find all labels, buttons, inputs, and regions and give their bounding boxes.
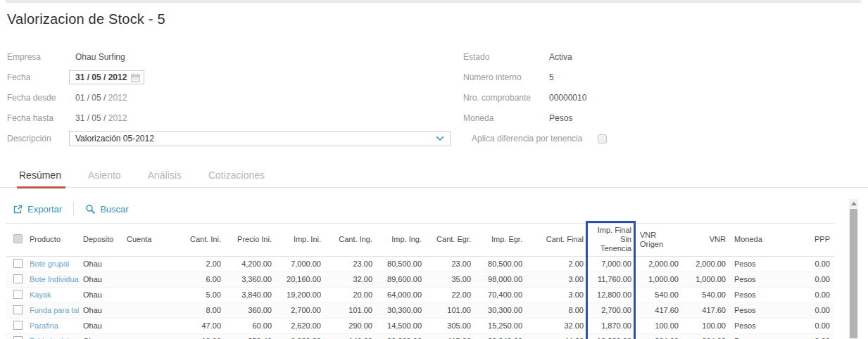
fecha-hasta-year: 2012 (108, 113, 127, 123)
cell-vnr_origen: 100.00 (636, 318, 683, 333)
product-link[interactable]: Tabla bodyboa (25, 333, 79, 339)
cell-cant_ing: 146.00 (325, 333, 377, 339)
tab-cotizaciones[interactable]: Cotizaciones (207, 165, 266, 187)
col-imp-final-sin-tenencia[interactable]: Imp. Final Sin Tenencia (588, 224, 636, 257)
col-cant-ini[interactable]: Cant. Ini. (172, 224, 225, 257)
product-link[interactable]: Kayak (25, 287, 79, 302)
cell-imp_egr: 70,400.00 (475, 287, 527, 302)
moneda-value: Pesos (549, 113, 868, 123)
search-button[interactable]: Buscar (85, 204, 128, 215)
col-precio-ini[interactable]: Precio Ini. (225, 224, 276, 257)
col-deposito[interactable]: Deposito (79, 224, 122, 257)
cell-ppp: 0.00 (778, 271, 834, 287)
cell-cuenta (122, 302, 172, 318)
col-vnr[interactable]: VNR (683, 224, 730, 257)
search-button-label: Buscar (100, 204, 128, 215)
col-ppp[interactable]: PPP (778, 224, 834, 257)
cell-moneda: Pesos (730, 256, 778, 271)
cell-imp_egr: 23,240.00 (475, 333, 527, 339)
col-imp-ini[interactable]: Imp. Ini. (276, 224, 325, 257)
cell-vnr: 264.00 (683, 333, 730, 339)
tenencia-checkbox[interactable] (598, 134, 607, 143)
fecha-hasta-label: Fecha hasta (7, 113, 69, 123)
scrollbar-up-button[interactable] (849, 199, 858, 208)
row-checkbox[interactable] (13, 305, 23, 314)
row-checkbox[interactable] (13, 321, 23, 330)
calendar-icon[interactable] (131, 73, 140, 82)
col-moneda[interactable]: Moneda (730, 224, 778, 257)
fecha-desde-daymonth: 01 / 05 / (75, 93, 106, 103)
cell-precio_ini: 360.00 (225, 302, 276, 318)
col-imp-ing[interactable]: Imp. Ing. (377, 224, 426, 257)
descripcion-label: Descripción (7, 134, 69, 143)
col-cant-final[interactable]: Cant. Final (527, 224, 588, 257)
cell-imp_ing: 29,200.00 (377, 333, 426, 339)
cell-deposito: Ohau (79, 302, 122, 318)
cell-cant_ini: 2.00 (172, 256, 225, 271)
row-checkbox[interactable] (13, 290, 23, 299)
cell-cuenta (122, 256, 172, 271)
col-vnr-origen[interactable]: VNR Origen (636, 224, 683, 257)
cell-vnr: 100.00 (683, 318, 730, 333)
export-icon (13, 204, 23, 215)
fecha-hasta-daymonth: 31 / 05 / (75, 113, 106, 123)
summary-table: Producto Deposito Cuenta Cant. Ini. Prec… (6, 223, 834, 339)
fecha-hasta-value: 31 / 05 / 2012 (69, 113, 463, 123)
select-all-checkbox[interactable] (13, 234, 23, 243)
record-form: Empresa Ohau Surfing Estado Activa Fecha… (7, 49, 868, 147)
cell-cant_final: 8.00 (527, 302, 588, 318)
row-checkbox[interactable] (13, 274, 23, 283)
cell-imp_final_sin_tenencia: 11,760.00 (588, 271, 636, 287)
col-imp-egr[interactable]: Imp. Egr. (475, 224, 527, 257)
cell-imp_ing: 14,500.00 (377, 318, 426, 333)
export-button[interactable]: Exportar (13, 204, 62, 215)
table-row: ParafinaOhau47.0060.002,620.00290.0014,5… (6, 318, 834, 333)
nro-comprobante-label: Nro. comprobante (463, 93, 549, 103)
product-link[interactable]: Bote Individual (25, 271, 79, 287)
table-row: Bote grupalOhau2.004,200.007,000.0023.00… (6, 256, 834, 271)
product-link[interactable]: Parafina (25, 318, 79, 333)
cell-ppp: 0.00 (778, 318, 834, 333)
nro-comprobante-value: 00000010 (549, 93, 868, 103)
cell-ppp: 0.00 (778, 302, 834, 318)
scrollbar-thumb[interactable] (850, 209, 857, 338)
tab-asiento[interactable]: Asiento (87, 165, 122, 187)
table-row: Bote IndividualOhau6.003,360.0020,160.00… (6, 271, 834, 287)
cell-imp_ing: 89,600.00 (377, 271, 426, 287)
cell-cant_ing: 20.00 (325, 287, 377, 302)
fecha-input[interactable]: 31 / 05 / 2012 (69, 70, 144, 84)
cell-imp_egr: 15,250.00 (475, 318, 527, 333)
cell-cant_ing: 32.00 (325, 271, 377, 287)
cell-cuenta (122, 333, 172, 339)
empresa-label: Empresa (7, 52, 69, 62)
product-link[interactable]: Funda para tab (25, 302, 79, 318)
col-cuenta[interactable]: Cuenta (122, 224, 172, 257)
vertical-scrollbar[interactable] (849, 199, 858, 339)
cell-imp_ini: 2,620.00 (276, 318, 325, 333)
cell-cant_final: 2.00 (527, 256, 588, 271)
row-checkbox[interactable] (13, 259, 23, 268)
cell-imp_final_sin_tenencia: 1,870.00 (588, 318, 636, 333)
product-link[interactable]: Bote grupal (25, 256, 79, 271)
fecha-desde-value: 01 / 05 / 2012 (69, 93, 463, 103)
cell-cant_egr: 101.00 (426, 302, 475, 318)
col-cant-ing[interactable]: Cant. Ing. (325, 224, 377, 257)
descripcion-select[interactable]: Valorización 05-2012 (69, 131, 451, 146)
cell-cant_ini: 8.00 (172, 302, 225, 318)
cell-cant_ing: 23.00 (325, 256, 377, 271)
cell-deposito: Ohau (79, 318, 122, 333)
col-cant-egr[interactable]: Cant. Egr. (426, 224, 475, 257)
top-strip (6, 0, 861, 3)
cell-moneda: Pesos (730, 271, 778, 287)
fecha-desde-year: 2012 (108, 93, 127, 103)
col-producto[interactable]: Producto (25, 224, 79, 257)
chevron-down-icon (436, 136, 444, 141)
cell-vnr_origen: 1,000.00 (636, 271, 683, 287)
cell-cant_ini: 5.00 (172, 287, 225, 302)
tab-analisis[interactable]: Análisis (146, 165, 183, 187)
tab-resumen[interactable]: Resúmen (18, 165, 63, 187)
cell-cant_ini: 13.00 (172, 333, 225, 339)
row-checkbox[interactable] (13, 336, 23, 339)
cell-deposito: Ohau (79, 287, 122, 302)
cell-cant_final: 44.00 (527, 333, 588, 339)
